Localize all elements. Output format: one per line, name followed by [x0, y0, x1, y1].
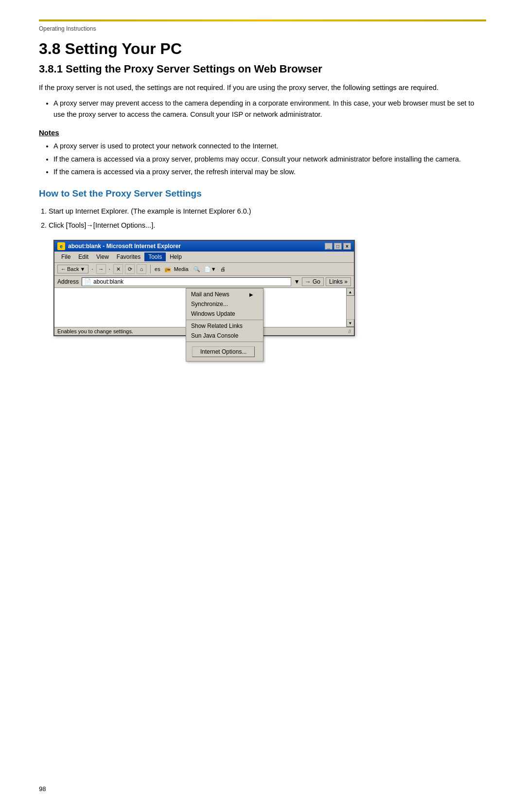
ie-address-icon: 📄 [84, 278, 91, 285]
ie-tools-dropdown: Mail and News ▶ Synchronize... Windows U… [186, 288, 263, 361]
subsection-number: 3.8.1 [39, 63, 63, 75]
ie-window: e about:blank - Microsoft Internet Explo… [53, 240, 355, 336]
subsection-title-text: Setting the Proxy Server Settings on Web… [66, 63, 322, 75]
menu-tools[interactable]: Tools [144, 253, 166, 261]
top-rule [39, 19, 486, 21]
ie-go-label: Go [313, 278, 320, 285]
ie-dropdown-internet-options[interactable]: Internet Options... [192, 346, 255, 357]
ie-dropdown-windows-update[interactable]: Windows Update [186, 309, 263, 319]
ie-dropdown-show-related-links[interactable]: Show Related Links [186, 321, 263, 331]
ie-toolbar-sep1: · [91, 266, 93, 272]
step-2: Click [Tools]→[Internet Options...]. [49, 220, 486, 231]
menu-help[interactable]: Help [166, 253, 186, 261]
ie-media-icon: 📻 [164, 266, 171, 272]
ie-address-value: about:blank [93, 278, 123, 285]
toolbar-separator [150, 265, 151, 273]
ie-dropdown-synchronize[interactable]: Synchronize... [186, 299, 263, 309]
ie-scrollbar: ▲ ▼ [346, 288, 354, 327]
ie-go-arrow: → [305, 278, 311, 285]
menu-view[interactable]: View [92, 253, 113, 261]
ie-menubar: File Edit View Favorites Tools Help [54, 252, 354, 263]
ie-toolbar-icon4: 🖨 [220, 266, 226, 272]
ie-dropdown-mail-news[interactable]: Mail and News ▶ [186, 289, 263, 299]
ie-titlebar-controls: _ □ × [325, 243, 351, 250]
ie-close-btn[interactable]: × [343, 243, 351, 250]
ie-content-area: Mail and News ▶ Synchronize... Windows U… [54, 288, 354, 327]
ie-app-icon: e [57, 242, 65, 250]
ie-toolbar-es-text: es [155, 266, 160, 272]
ie-address-bar: Address 📄 about:blank ▼ → Go Links » [54, 276, 354, 288]
ie-scrollbar-down[interactable]: ▼ [347, 319, 354, 327]
note-item-1: A proxy server is used to protect your n… [53, 141, 486, 151]
ie-submenu-arrow: ▶ [249, 292, 253, 297]
ie-toolbar-sep2: · [109, 266, 110, 272]
ie-restore-btn[interactable]: □ [334, 243, 342, 250]
note-item-2: If the camera is accessed via a proxy se… [53, 154, 486, 164]
page-number: 98 [39, 785, 46, 793]
ie-titlebar: e about:blank - Microsoft Internet Explo… [54, 241, 354, 252]
breadcrumb: Operating Instructions [39, 25, 486, 32]
ie-home-btn[interactable]: ⌂ [137, 264, 146, 274]
note-item-3: If the camera is accessed via a proxy se… [53, 166, 486, 177]
ie-dropdown-sun-java-console[interactable]: Sun Java Console [186, 331, 263, 341]
ie-titlebar-left: e about:blank - Microsoft Internet Explo… [57, 242, 181, 250]
ie-address-label: Address [57, 278, 79, 285]
ie-status-text: Enables you to change settings. [57, 328, 133, 334]
ie-go-button[interactable]: → Go [302, 277, 324, 286]
page-container: Operating Instructions 3.8 Setting Your … [0, 0, 525, 812]
section-number: 3.8 [39, 40, 60, 57]
menu-edit[interactable]: Edit [74, 253, 92, 261]
notes-heading: Notes [39, 128, 486, 137]
ie-internet-options-wrapper: Internet Options... [186, 343, 263, 360]
notes-section: Notes A proxy server is used to protect … [39, 128, 486, 177]
ie-dropdown-arrow: ▼ [294, 278, 300, 285]
ie-refresh-btn[interactable]: ⟳ [125, 264, 135, 274]
ie-minimize-btn[interactable]: _ [325, 243, 332, 250]
ie-scrollbar-track[interactable] [347, 296, 354, 319]
ie-dropdown-sep2 [186, 342, 263, 342]
ie-forward-btn[interactable]: → [96, 264, 106, 274]
notes-list: A proxy server is used to protect your n… [53, 141, 486, 177]
intro-bullets: A proxy server may prevent access to the… [53, 98, 486, 120]
menu-favorites[interactable]: Favorites [113, 253, 144, 261]
ie-toolbar-icon2: 🔍 [193, 266, 200, 272]
subsection-title: 3.8.1 Setting the Proxy Server Settings … [39, 63, 486, 75]
ie-stop-btn[interactable]: ✕ [113, 264, 123, 274]
ie-resize-handle: // [348, 329, 351, 334]
intro-text: If the proxy server is not used, the set… [39, 82, 486, 93]
ie-dropdown-sep1 [186, 320, 263, 320]
ie-links-button[interactable]: Links » [326, 277, 351, 286]
ie-content-main: Mail and News ▶ Synchronize... Windows U… [54, 288, 346, 327]
bullet-item-1: A proxy server may prevent access to the… [53, 98, 486, 120]
ie-window-title: about:blank - Microsoft Internet Explore… [68, 243, 181, 250]
back-icon: ← [61, 266, 66, 272]
ie-scrollbar-up[interactable]: ▲ [347, 288, 354, 296]
ie-address-field[interactable]: 📄 about:blank [82, 277, 291, 286]
section-title-text: Setting Your PC [65, 40, 182, 57]
ie-media-label: Media [174, 266, 189, 272]
ie-toolbar: ← Back ▼ · → · ✕ ⟳ ⌂ es 📻 Media 🔍 📄▼ 🖨 [54, 263, 354, 276]
section-title: 3.8 Setting Your PC [39, 40, 486, 58]
back-dropdown-arrow: ▼ [80, 266, 85, 272]
ie-back-button[interactable]: ← Back ▼ [57, 265, 88, 273]
ie-dropdown-mail-news-label: Mail and News [191, 291, 229, 298]
how-to-heading: How to Set the Proxy Server Settings [39, 188, 486, 199]
menu-file[interactable]: File [57, 253, 74, 261]
back-label: Back [67, 266, 79, 272]
ie-toolbar-icon3: 📄▼ [204, 266, 216, 272]
steps-list: Start up Internet Explorer. (The example… [49, 206, 486, 231]
ie-address-right: ▼ → Go Links » [294, 277, 351, 286]
step-1: Start up Internet Explorer. (The example… [49, 206, 486, 217]
